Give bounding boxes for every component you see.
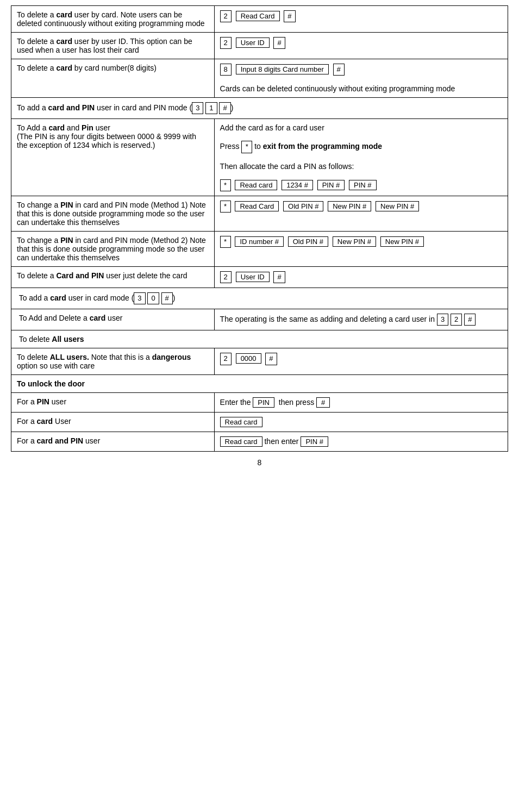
row-change-pin-method1: To change a PIN in card and PIN mode (Me… — [11, 196, 508, 231]
key-8: 8 — [220, 64, 232, 76]
key-pin-hash2: PIN # — [349, 180, 377, 190]
left-cell: For a card User — [11, 413, 215, 432]
key-star: * — [220, 236, 231, 248]
key-3: 3 — [192, 102, 203, 114]
key-star: * — [220, 179, 231, 191]
row-add-delete-card: To Add and Delete a card user The operat… — [11, 309, 508, 330]
key-3: 3 — [437, 314, 448, 326]
row-add-card-pin-detail: To Add a card and Pin user (The PIN is a… — [11, 119, 508, 196]
page-number: 8 — [11, 458, 508, 467]
key-new-pin-2: New PIN # — [376, 201, 419, 211]
key-read-card: Read card — [220, 436, 262, 447]
key-2: 2 — [220, 353, 232, 365]
key-1234: 1234 # — [282, 180, 313, 190]
main-table: To delete a card user by card. Note user… — [11, 5, 508, 452]
row-add-card-pin-header: To add a card and PIN user in card and P… — [11, 98, 508, 119]
key-hash: # — [273, 37, 285, 49]
left-cell: To Add and Delete a card user — [11, 309, 215, 330]
right-cell: 2 User ID # — [214, 266, 508, 288]
row-unlock-door-header: To unlock the door — [11, 375, 508, 393]
key-old-pin: Old PIN # — [283, 201, 323, 211]
row-unlock-card-pin: For a card and PIN user Read card then e… — [11, 432, 508, 452]
key-input-8digits: Input 8 digits Card number — [236, 64, 329, 74]
right-cell: Read card — [214, 413, 508, 432]
left-cell: To Add a card and Pin user (The PIN is a… — [11, 119, 215, 196]
row-delete-card-by-number: To delete a card by card number(8 digits… — [11, 59, 508, 98]
key-2: 2 — [220, 271, 232, 283]
right-cell: Add the card as for a card user Press * … — [214, 119, 508, 196]
right-cell: 2 Read Card # — [214, 6, 508, 33]
row-delete-card-and-pin: To delete a Card and PIN user just delet… — [11, 266, 508, 288]
full-cell: To add a card and PIN user in card and P… — [11, 98, 508, 119]
left-cell: To delete a Card and PIN user just delet… — [11, 266, 215, 288]
left-cell: For a PIN user — [11, 393, 215, 413]
key-hash: # — [265, 353, 277, 365]
right-cell: Read card then enter PIN # — [214, 432, 508, 452]
key-pin-hash: PIN # — [301, 436, 328, 447]
row-change-pin-method2: To change a PIN in card and PIN mode (Me… — [11, 231, 508, 266]
left-cell: For a card and PIN user — [11, 432, 215, 452]
row-unlock-pin: For a PIN user Enter the PIN then press … — [11, 393, 508, 413]
row-delete-card-by-userid: To delete a card user by user ID. This o… — [11, 33, 508, 59]
left-cell: To change a PIN in card and PIN mode (Me… — [11, 231, 215, 266]
row-delete-card-by-card: To delete a card user by card. Note user… — [11, 6, 508, 33]
key-2: 2 — [451, 314, 462, 326]
key-read-card: Read Card — [236, 11, 280, 21]
note-continuous-delete: Cards can be deleted continuously withou… — [220, 84, 455, 93]
full-cell: To add a card user in card mode (3 0 #) — [11, 288, 508, 309]
key-pin: PIN — [253, 397, 274, 408]
key-new-pin-1: New PIN # — [328, 201, 371, 211]
key-0000: 0000 — [236, 353, 261, 364]
full-cell: To unlock the door — [11, 375, 508, 393]
key-user-id: User ID — [236, 272, 270, 282]
key-hash: # — [161, 292, 173, 304]
right-cell: 8 Input 8 digits Card number # Cards can… — [214, 59, 508, 98]
key-hash: # — [464, 314, 476, 326]
key-star: * — [241, 141, 252, 153]
key-user-id: User ID — [236, 38, 270, 48]
key-new-pin-2: New PIN # — [380, 236, 424, 247]
left-cell: To delete a card by card number(8 digits… — [11, 59, 215, 98]
key-hash: # — [219, 102, 230, 114]
key-1: 1 — [205, 102, 217, 114]
key-hash: # — [316, 397, 330, 408]
key-pin-hash1: PIN # — [317, 180, 345, 190]
left-cell: To change a PIN in card and PIN mode (Me… — [11, 196, 215, 231]
right-cell: Enter the PIN then press # — [214, 393, 508, 413]
row-delete-all-users-detail: To delete ALL users. Note that this is a… — [11, 348, 508, 375]
key-0: 0 — [147, 292, 159, 304]
key-2: 2 — [220, 10, 232, 22]
row-unlock-card: For a card User Read card — [11, 413, 508, 432]
row-add-card-cardmode-header: To add a card user in card mode (3 0 #) — [11, 288, 508, 309]
key-new-pin-1: New PIN # — [333, 236, 376, 247]
left-cell: To delete ALL users. Note that this is a… — [11, 348, 215, 375]
key-3: 3 — [134, 292, 145, 304]
key-read-card: Read card — [235, 180, 277, 190]
right-cell: 2 0000 # — [214, 348, 508, 375]
key-read-card: Read card — [220, 417, 262, 427]
key-old-pin: Old PIN # — [288, 236, 328, 247]
right-cell: * Read Card Old PIN # New PIN # New PIN … — [214, 196, 508, 231]
full-cell: To delete All users — [11, 330, 508, 348]
right-cell: * ID number # Old PIN # New PIN # New PI… — [214, 231, 508, 266]
key-id-number: ID number # — [235, 236, 284, 247]
key-hash: # — [333, 64, 345, 76]
left-cell: To delete a card user by user ID. This o… — [11, 33, 215, 59]
row-delete-all-users-header: To delete All users — [11, 330, 508, 348]
key-hash: # — [273, 271, 285, 283]
key-hash: # — [284, 10, 295, 22]
right-cell: 2 User ID # — [214, 33, 508, 59]
left-cell: To delete a card user by card. Note user… — [11, 6, 215, 33]
key-read-card: Read Card — [235, 201, 279, 211]
key-2: 2 — [220, 37, 232, 49]
key-star: * — [220, 201, 231, 213]
right-cell: The operating is the same as adding and … — [214, 309, 508, 330]
